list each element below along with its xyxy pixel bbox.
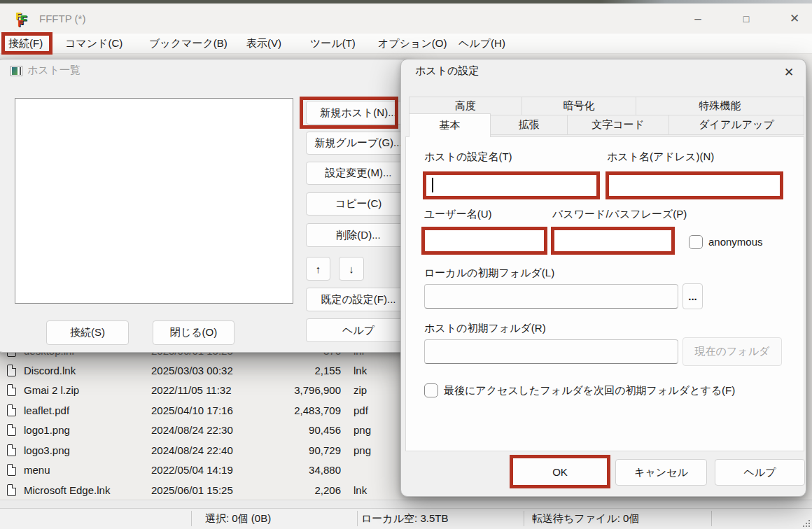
- file-row[interactable]: menu 2022/05/04 14:19 34,880: [0, 460, 405, 480]
- tab-charcode[interactable]: 文字コード: [567, 115, 669, 135]
- tab-advanced[interactable]: 高度: [409, 97, 522, 115]
- new-group-button[interactable]: 新規グループ(G)...: [306, 132, 411, 155]
- host-settings-dialog: ホストの設定 ✕ 高度 暗号化 特殊機能 基本 拡張 文字コード ダイアルアップ…: [400, 59, 806, 497]
- annotation-host-address-input: [606, 171, 783, 199]
- file-name: Gmai 2 l.zip: [24, 381, 79, 400]
- menu-options[interactable]: オプション(O): [378, 34, 447, 53]
- host-address-input[interactable]: [609, 175, 780, 196]
- local-folder-label: ローカルの初期フォルダ(L): [424, 267, 554, 280]
- tab-extended[interactable]: 拡張: [490, 115, 568, 135]
- move-up-button[interactable]: ↑: [306, 257, 330, 281]
- file-icon: [7, 464, 16, 476]
- help-button[interactable]: ヘルプ: [715, 459, 805, 486]
- ok-button[interactable]: OK: [513, 458, 607, 485]
- annotation-menu-connect: [1, 32, 52, 55]
- file-name: menu: [24, 460, 50, 480]
- file-size: 90,729: [252, 441, 341, 460]
- tab-basic[interactable]: 基本: [409, 113, 491, 137]
- close-dialog-button[interactable]: 閉じる(O): [153, 320, 234, 345]
- menu-command[interactable]: コマンド(C): [65, 34, 122, 53]
- host-list-title: ホスト一覧: [27, 64, 80, 77]
- menu-tools[interactable]: ツール(T): [310, 34, 356, 53]
- last-folder-label: 最後にアクセスしたフォルダを次回の初期フォルダとする(F): [444, 384, 735, 397]
- file-name: logo3.png: [24, 441, 70, 460]
- host-settings-title: ホストの設定: [415, 64, 479, 78]
- status-selection: 選択: 0個 (0B): [205, 508, 271, 529]
- host-folder-label: ホストの初期フォルダ(R): [424, 322, 546, 335]
- file-date: 2024/08/24 22:30: [151, 421, 233, 440]
- file-date: 2022/11/05 11:32: [151, 381, 232, 400]
- file-date: 2025/06/01 15:25: [151, 481, 233, 500]
- local-folder-input[interactable]: [424, 284, 678, 309]
- tab-special[interactable]: 特殊機能: [636, 97, 804, 115]
- file-row[interactable]: logo1.png 2024/08/24 22:30 90,456 png: [0, 421, 405, 440]
- annotation-password-input: [551, 227, 675, 255]
- cancel-button[interactable]: キャンセル: [615, 459, 707, 486]
- password-input[interactable]: [554, 230, 671, 251]
- file-type: lnk: [354, 481, 367, 500]
- default-settings-button[interactable]: 既定の設定(F)...: [306, 288, 411, 311]
- tab-encryption[interactable]: 暗号化: [522, 97, 636, 115]
- file-icon: [7, 484, 16, 496]
- copy-button[interactable]: コピー(C): [306, 192, 411, 216]
- file-date: 2024/08/24 22:40: [151, 441, 233, 460]
- file-name: Microsoft Edge.lnk: [24, 481, 110, 500]
- menu-view[interactable]: 表示(V): [246, 34, 281, 53]
- status-divider: [524, 511, 524, 526]
- host-folder-input[interactable]: [424, 339, 678, 364]
- file-size: 90,456: [252, 421, 341, 440]
- current-folder-button[interactable]: 現在のフォルダ: [682, 337, 782, 366]
- screen: FFF FFFTP (*) – □ ✕ 接続(F) コマンド(C) ブックマーク…: [0, 0, 812, 529]
- menu-bookmark[interactable]: ブックマーク(B): [149, 34, 227, 53]
- status-divider: [357, 511, 358, 526]
- file-size: 34,880: [252, 460, 341, 480]
- close-button[interactable]: ✕: [778, 3, 811, 34]
- file-name: logo1.png: [24, 421, 70, 440]
- window-title: FFFTP (*): [39, 3, 85, 34]
- last-folder-checkbox[interactable]: [424, 383, 438, 397]
- file-type: png: [354, 441, 371, 460]
- text-caret: [432, 178, 433, 192]
- tab-dialup[interactable]: ダイアルアップ: [668, 115, 804, 135]
- file-size: 2,206: [252, 481, 341, 500]
- annotation-username-input: [421, 227, 547, 255]
- minimize-button[interactable]: –: [682, 3, 714, 34]
- menu-help[interactable]: ヘルプ(H): [458, 34, 505, 53]
- ffftp-logo-icon: FFF: [15, 12, 34, 30]
- annotation-ok-button: OK: [510, 455, 610, 488]
- status-divider: [711, 511, 712, 526]
- host-list-box[interactable]: [15, 98, 293, 304]
- username-input[interactable]: [425, 230, 544, 251]
- resize-grip[interactable]: [803, 520, 810, 527]
- maximize-button[interactable]: □: [730, 3, 762, 34]
- file-row[interactable]: leaflet.pdf 2025/04/10 17:16 2,483,709 p…: [0, 401, 405, 421]
- file-size: 2,483,709: [252, 401, 341, 421]
- edit-settings-button[interactable]: 設定変更(M)...: [306, 162, 411, 185]
- browse-button[interactable]: ...: [682, 283, 703, 309]
- anonymous-checkbox[interactable]: [689, 235, 703, 249]
- file-row[interactable]: Gmai 2 l.zip 2022/11/05 11:32 3,796,900 …: [0, 381, 405, 400]
- host-address-label: ホスト名(アドレス)(N): [607, 150, 714, 164]
- file-type: zip: [354, 381, 367, 400]
- username-label: ユーザー名(U): [424, 208, 492, 221]
- dialog-close-icon[interactable]: ✕: [774, 61, 804, 83]
- status-local-free: ローカル空: 3.5TB: [361, 508, 448, 529]
- annotation-config-name-input: [423, 171, 600, 199]
- config-name-input[interactable]: [426, 175, 596, 196]
- file-date: 2022/05/04 14:19: [151, 460, 233, 480]
- status-divider: [191, 511, 192, 526]
- anonymous-label: anonymous: [708, 236, 763, 248]
- connect-button[interactable]: 接続(S): [46, 320, 129, 345]
- move-down-button[interactable]: ↓: [339, 257, 364, 281]
- host-list-icon: [10, 66, 22, 76]
- file-name: Discord.lnk: [24, 361, 76, 381]
- config-name-label: ホストの設定名(T): [424, 150, 512, 164]
- file-icon: [7, 424, 16, 436]
- status-transfer-queue: 転送待ちファイル: 0個: [532, 508, 639, 529]
- file-size: 2,155: [252, 361, 341, 381]
- file-row[interactable]: logo3.png 2024/08/24 22:40 90,729 png: [0, 441, 405, 460]
- file-row[interactable]: Discord.lnk 2025/03/03 00:32 2,155 lnk: [0, 361, 405, 381]
- file-row[interactable]: Microsoft Edge.lnk 2025/06/01 15:25 2,20…: [0, 481, 405, 500]
- delete-button[interactable]: 削除(D)...: [306, 223, 411, 247]
- host-list-help-button[interactable]: ヘルプ: [306, 318, 411, 342]
